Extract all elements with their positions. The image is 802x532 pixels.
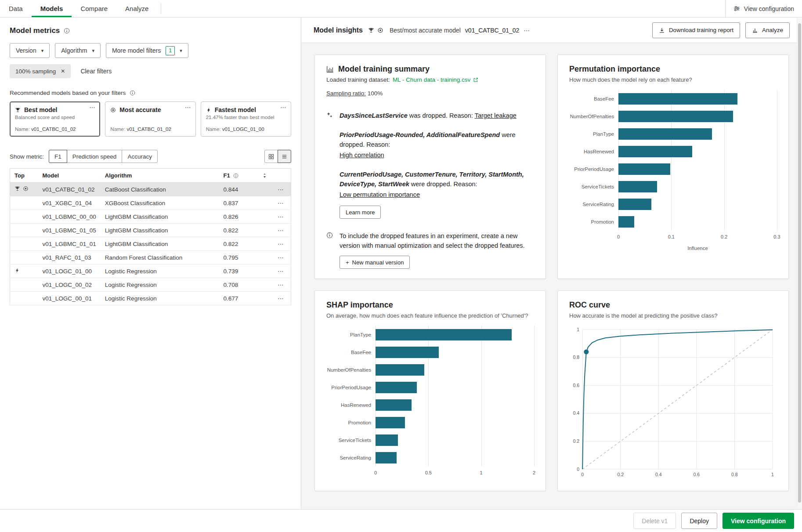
row-algorithm: Logistic Regression	[105, 268, 157, 275]
bolt-icon	[14, 268, 20, 273]
view-configuration-button[interactable]: View configuration	[723, 513, 794, 529]
delete-version-button[interactable]: Delete v1	[633, 513, 676, 529]
row-algorithm: LightGBM Classification	[105, 241, 168, 247]
grid-view-toggle[interactable]	[264, 150, 278, 163]
model-metrics-panel: Model metrics Version ▾ Algorithm ▾ More…	[0, 18, 301, 509]
metric-segmented-control: F1 Prediction speed Accuracy	[49, 150, 158, 163]
x-tick-label: 2	[533, 470, 535, 475]
row-algorithm: LightGBM Classification	[105, 214, 168, 220]
bar-Promotion	[376, 417, 405, 428]
metric-option-f1[interactable]: F1	[49, 150, 67, 163]
most-accurate-card[interactable]: ⋯ Most accurate Name: v01_CATBC_01_02	[105, 101, 195, 137]
sort-icon[interactable]	[263, 173, 267, 178]
list-view-toggle[interactable]	[278, 150, 291, 163]
more-icon[interactable]: ⋯	[278, 227, 284, 234]
deploy-button[interactable]: Deploy	[681, 513, 717, 529]
low-permutation-importance-link[interactable]: Low permutation importance	[340, 190, 534, 199]
tab-models[interactable]: Models	[32, 0, 72, 17]
bar-HasRenewed	[376, 399, 412, 411]
learn-more-button[interactable]: Learn more	[340, 206, 381, 219]
bar-category-label: BaseFee	[569, 90, 618, 108]
download-training-report-button[interactable]: Download training report	[652, 22, 740, 38]
bar-PlanType	[376, 329, 512, 340]
row-f1: 0.837	[224, 200, 238, 206]
bar-ServiceRating	[376, 452, 397, 463]
more-icon[interactable]: ⋯	[278, 241, 284, 247]
f1-label: F1	[224, 172, 230, 179]
best-model-card[interactable]: ⋯ Best model Balanced score and speed Na…	[10, 101, 100, 137]
algorithm-filter-dropdown[interactable]: Algorithm ▾	[55, 43, 101, 58]
table-row[interactable]: v01_XGBC_01_04 XGBoost Classification 0.…	[10, 196, 291, 210]
bar-PlanType	[618, 128, 712, 140]
view-configuration-top-button[interactable]: View configuration	[725, 0, 802, 17]
vertical-scrollbar[interactable]	[797, 18, 802, 509]
metric-option-accuracy[interactable]: Accuracy	[122, 150, 158, 163]
target-leakage-link[interactable]: Target leakage	[475, 112, 517, 119]
header-algorithm[interactable]: Algorithm	[101, 169, 219, 183]
table-row[interactable]: v01_LGBMC_00_00 LightGBM Classification …	[10, 210, 291, 224]
table-row[interactable]: v01_LOGC_01_00 Logistic Regression 0.739…	[10, 264, 291, 278]
dataset-link[interactable]: ML - Churn data - training.csv	[393, 76, 470, 83]
bar-category-label: ServiceTickets	[326, 431, 376, 449]
info-icon[interactable]	[130, 90, 135, 96]
new-manual-version-button[interactable]: + New manual version	[340, 256, 410, 269]
table-row[interactable]: v01_LGBMC_01_05 LightGBM Classification …	[10, 224, 291, 237]
selected-model-label: Best/most accurate model	[390, 27, 461, 34]
high-correlation-link[interactable]: High correlation	[340, 150, 534, 160]
header-model[interactable]: Model	[38, 169, 101, 183]
more-icon[interactable]: ⋯	[278, 295, 284, 302]
table-row[interactable]: v01_LGBMC_01_01 LightGBM Classification …	[10, 237, 291, 251]
table-row[interactable]: v01_RAFC_01_03 Random Forest Classificat…	[10, 251, 291, 264]
row-f1: 0.739	[224, 268, 238, 275]
bar-NumberOfPenalties	[618, 111, 733, 122]
more-icon[interactable]: ⋯	[280, 104, 287, 111]
x-axis-ticks: 00.10.20.3	[618, 234, 777, 241]
info-icon[interactable]	[64, 28, 70, 34]
bar-category-label: Promotion	[326, 414, 376, 431]
x-tick-label: 1	[480, 470, 483, 475]
tab-compare[interactable]: Compare	[72, 0, 116, 17]
more-icon[interactable]: ⋯	[278, 186, 284, 193]
table-row[interactable]: v01_LOGC_00_02 Logistic Regression 0.708…	[10, 278, 291, 292]
more-icon[interactable]: ⋯	[524, 27, 530, 34]
more-icon[interactable]: ⋯	[185, 104, 191, 111]
y-axis-labels: BaseFeeNumberOfPenaltiesPlanTypeHasRenew…	[569, 90, 618, 251]
table-row[interactable]: v01_CATBC_01_02 CatBoost Classification …	[10, 183, 291, 196]
bar-ServiceRating	[618, 199, 651, 210]
row-algorithm: Logistic Regression	[105, 282, 157, 288]
more-icon[interactable]: ⋯	[89, 104, 96, 111]
bar-category-label: ServiceRating	[326, 449, 376, 467]
drop-reason-text: were dropped. Reason:	[409, 181, 477, 188]
card-subtitle	[110, 115, 190, 121]
more-icon[interactable]: ⋯	[278, 214, 284, 220]
more-icon[interactable]: ⋯	[278, 254, 284, 261]
view-configuration-top-label: View configuration	[744, 5, 794, 12]
metric-option-prediction-speed[interactable]: Prediction speed	[67, 150, 123, 163]
version-filter-dropdown[interactable]: Version ▾	[10, 43, 50, 58]
clear-filters-link[interactable]: Clear filters	[80, 68, 112, 75]
analyze-button[interactable]: Analyze	[745, 22, 790, 38]
row-f1: 0.708	[224, 282, 238, 288]
close-icon[interactable]: ✕	[61, 68, 65, 74]
header-top[interactable]: Top	[10, 169, 38, 183]
info-icon[interactable]	[233, 173, 238, 178]
fastest-model-card[interactable]: ⋯ Fastest model 21.47% faster than best …	[201, 101, 291, 137]
more-model-filters-dropdown[interactable]: More model filters 1 ▾	[106, 43, 188, 58]
bar-category-label: PriorPeriodUsage	[326, 379, 376, 396]
scrollbar-thumb[interactable]	[798, 23, 801, 503]
bar-NumberOfPenalties	[376, 364, 424, 376]
header-f1[interactable]: F1	[219, 169, 271, 183]
chevron-down-icon: ▾	[180, 48, 182, 54]
card-title: ROC curve	[569, 300, 610, 310]
header-actions	[271, 169, 291, 183]
more-icon[interactable]: ⋯	[278, 282, 284, 288]
tab-data[interactable]: Data	[0, 0, 32, 17]
more-icon[interactable]: ⋯	[278, 200, 284, 206]
row-model: v01_LGBMC_01_05	[43, 227, 96, 234]
svg-text:1: 1	[771, 472, 774, 477]
tab-analyze[interactable]: Analyze	[116, 0, 157, 17]
table-row[interactable]: v01_LOGC_00_01 Logistic Regression 0.677…	[10, 292, 291, 305]
more-icon[interactable]: ⋯	[278, 268, 284, 275]
external-link-icon[interactable]	[473, 77, 478, 83]
dropped-features: PriorPeriodUsage-Rounded, AdditionalFeat…	[340, 131, 500, 138]
